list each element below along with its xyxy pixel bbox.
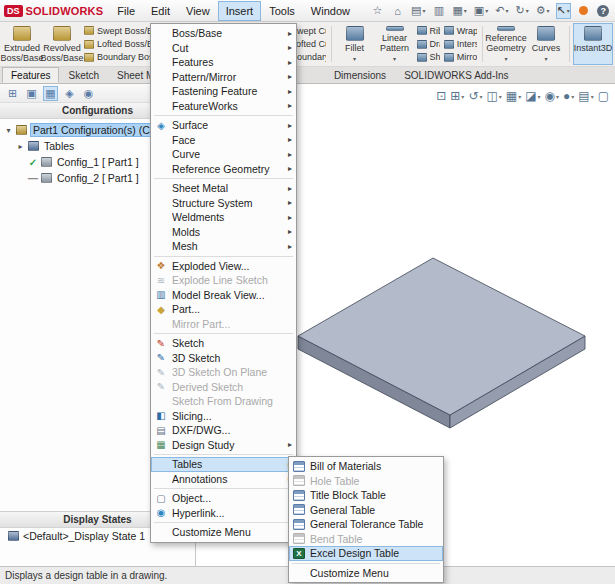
tree-expand-icon[interactable]: ▸: [16, 142, 25, 151]
tables-submenu-item-customize-menu[interactable]: Customize Menu: [289, 566, 443, 581]
rebuild-icon[interactable]: ↻▾: [514, 3, 529, 19]
insert-menu-item-tables[interactable]: Tables▸: [151, 457, 296, 472]
ribbon-rib-button[interactable]: Rib: [417, 24, 440, 37]
excel-design-table-icon: X: [293, 548, 305, 559]
ribbon-boundary-boss-base-button[interactable]: Boundary Boss/Base: [84, 51, 152, 64]
menubar-item-tools[interactable]: Tools: [261, 1, 303, 21]
insert-menu-item-exploded-view[interactable]: ❖Exploded View...: [151, 259, 296, 274]
tables-submenu-item-general-table[interactable]: General Table: [289, 503, 443, 518]
insert-menu-item-cut[interactable]: Cut▸: [151, 41, 296, 56]
undo-icon[interactable]: ↶▾: [494, 3, 509, 19]
menubar-item-file[interactable]: File: [109, 1, 143, 21]
ribbon-draft-button[interactable]: Draft: [417, 38, 440, 51]
open-document-icon[interactable]: ▥: [431, 3, 446, 19]
save-icon[interactable]: ▦▾: [451, 3, 467, 19]
insert-menu-item-surface[interactable]: ◈Surface▸: [151, 118, 296, 133]
insert-menu-item-structure-system[interactable]: Structure System▸: [151, 196, 296, 211]
tables-submenu-item-excel-design-table[interactable]: XExcel Design Table: [289, 546, 443, 561]
tables-submenu-item-bend-table[interactable]: Bend Table: [289, 532, 443, 547]
insert-menu-item-annotations[interactable]: Annotations▸: [151, 472, 296, 487]
ribbon-intersect-button[interactable]: Intersect: [444, 38, 477, 51]
insert-menu-item-part[interactable]: ◆Part...: [151, 302, 296, 317]
options-icon[interactable]: ⚙▾: [535, 3, 551, 19]
linear-pattern-button[interactable]: LinearPattern▾: [375, 23, 415, 65]
display-state-icon: [8, 531, 19, 541]
zoom-fit-icon[interactable]: ⊡: [436, 89, 446, 103]
insert-menu-item-3d-sketch[interactable]: ✎3D Sketch: [151, 351, 296, 366]
zoom-area-icon[interactable]: ⊞▾: [450, 89, 464, 103]
insert-menu-item-reference-geometry[interactable]: Reference Geometry▸: [151, 162, 296, 177]
revolved-boss-base-button[interactable]: RevolvedBoss/Base: [42, 23, 82, 65]
insert-menu-item-featureworks[interactable]: FeatureWorks▸: [151, 99, 296, 114]
ribbon-wrap-button[interactable]: Wrap: [444, 24, 477, 37]
insert-menu-item-sketch-from-drawing[interactable]: Sketch From Drawing: [151, 394, 296, 409]
displaymanager-tab-icon[interactable]: ◉: [81, 86, 96, 101]
insert-menu-item-curve[interactable]: Curve▸: [151, 147, 296, 162]
insert-menu-item-object[interactable]: ▢Object...: [151, 491, 296, 506]
insert-menu-item-3d-sketch-on-plane[interactable]: ✎3D Sketch On Plane: [151, 365, 296, 380]
featuremanager-tab-icon[interactable]: ⊞: [5, 86, 20, 101]
ribbon-swept-boss-base-button[interactable]: Swept Boss/Base: [84, 24, 152, 37]
select-arrow-icon[interactable]: ↖▾: [556, 3, 571, 19]
insert-menu-item-molds[interactable]: Molds▸: [151, 225, 296, 240]
insert-menu-item-slicing[interactable]: ◧Slicing...: [151, 409, 296, 424]
new-document-icon[interactable]: ▤▾: [410, 3, 426, 19]
help-icon[interactable]: ?: [596, 3, 611, 19]
instant3d-button[interactable]: Instant3D: [573, 23, 613, 65]
insert-menu-item-hyperlink[interactable]: ◉Hyperlink...: [151, 506, 296, 521]
tables-submenu-item-general-tolerance-table[interactable]: General Tolerance Table: [289, 517, 443, 532]
tab-solidworks-add-ins[interactable]: SOLIDWORKS Add-Ins: [395, 67, 517, 83]
fillet-button[interactable]: Fillet▾: [335, 23, 375, 65]
plate-top-face[interactable]: [298, 258, 585, 415]
reference-geometry-button[interactable]: ReferenceGeometry▾: [486, 23, 526, 65]
insert-menu-item-explode-line-sketch[interactable]: ≋Explode Line Sketch: [151, 273, 296, 288]
model-break-view-icon: ▥: [155, 289, 167, 300]
insert-menu-item-mirror-part[interactable]: Mirror Part...: [151, 317, 296, 332]
insert-menu-item-sheet-metal[interactable]: Sheet Metal▸: [151, 181, 296, 196]
menubar-item-edit[interactable]: Edit: [143, 1, 178, 21]
insert-menu-item-weldments[interactable]: Weldments▸: [151, 210, 296, 225]
insert-menu-item-sketch[interactable]: ✎Sketch: [151, 336, 296, 351]
home-icon[interactable]: ⌂: [390, 3, 405, 19]
previous-view-icon[interactable]: ↺▾: [468, 89, 482, 103]
tables-submenu-item-title-block-table[interactable]: Title Block Table: [289, 488, 443, 503]
insert-menu-item-dxf-dwg[interactable]: ▤DXF/DWG...: [151, 423, 296, 438]
insert-menu-item-derived-sketch[interactable]: ✎Derived Sketch: [151, 380, 296, 395]
display-style-icon[interactable]: ◪▾: [525, 89, 540, 103]
dimxpert-tab-icon[interactable]: ◈: [62, 86, 77, 101]
insert-menu-item-mesh[interactable]: Mesh▸: [151, 239, 296, 254]
extruded-boss-base-button[interactable]: ExtrudedBoss/Base: [2, 23, 42, 65]
hide-show-icon[interactable]: ◉▾: [545, 89, 560, 103]
scene-icon[interactable]: ▤▾: [578, 89, 593, 103]
print-icon[interactable]: ▣▾: [473, 3, 489, 19]
insert-menu-item-customize-menu[interactable]: Customize Menu: [151, 525, 296, 540]
propertymanager-tab-icon[interactable]: ▣: [24, 86, 39, 101]
section-view-icon[interactable]: ◫▾: [486, 89, 501, 103]
tables-submenu-item-bill-of-materials[interactable]: Bill of Materials: [289, 459, 443, 474]
insert-menu-item-features[interactable]: Features▸: [151, 55, 296, 70]
curves-button[interactable]: Curves▾: [526, 23, 566, 65]
insert-menu-item-face[interactable]: Face▸: [151, 133, 296, 148]
tree-expand-icon[interactable]: ▾: [4, 126, 13, 135]
insert-menu-item-model-break-view[interactable]: ▥Model Break View...: [151, 288, 296, 303]
insert-menu-item-pattern-mirror[interactable]: Pattern/Mirror▸: [151, 70, 296, 85]
appearance-icon[interactable]: ●▾: [563, 89, 574, 103]
insert-menu-item-boss-base[interactable]: Boss/Base▸: [151, 26, 296, 41]
tab-features[interactable]: Features: [2, 67, 59, 83]
ribbon-mirror-button[interactable]: Mirror: [444, 51, 477, 64]
menubar-item-insert[interactable]: Insert: [218, 1, 262, 21]
ribbon-shell-button[interactable]: Shell: [417, 51, 440, 64]
view-settings-icon[interactable]: ▢: [598, 89, 609, 103]
tab-sketch[interactable]: Sketch: [59, 67, 108, 83]
pin-icon[interactable]: ☆: [370, 3, 385, 19]
record-macro-icon[interactable]: [576, 3, 591, 19]
ribbon-lofted-boss-base-button[interactable]: Lofted Boss/Base: [84, 38, 152, 51]
configurationmanager-tab-icon[interactable]: ▦: [43, 86, 58, 101]
menubar-item-window[interactable]: Window: [303, 1, 358, 21]
insert-menu-item-fastening-feature[interactable]: Fastening Feature▸: [151, 84, 296, 99]
tab-dimensions[interactable]: Dimensions: [325, 67, 395, 83]
view-orientation-icon[interactable]: ▦▾: [506, 89, 521, 103]
insert-menu-item-design-study[interactable]: ▦Design Study▸: [151, 438, 296, 453]
tables-submenu-item-hole-table[interactable]: Hole Table: [289, 474, 443, 489]
menubar-item-view[interactable]: View: [178, 1, 218, 21]
